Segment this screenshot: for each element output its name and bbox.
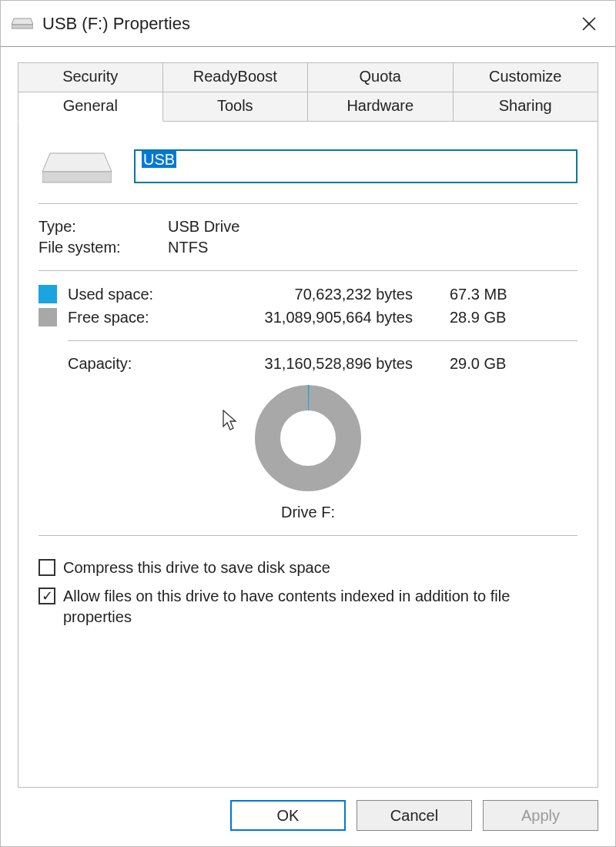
capacity-chart: Drive F: (38, 380, 578, 521)
tab-general[interactable]: General (18, 92, 163, 122)
tab-readyboost[interactable]: ReadyBoost (163, 62, 309, 92)
tab-strip-upper: Security ReadyBoost Quota Customize (18, 62, 598, 92)
compress-checkbox[interactable] (38, 559, 55, 576)
tab-quota[interactable]: Quota (308, 62, 454, 92)
cancel-button[interactable]: Cancel (357, 800, 472, 831)
drive-icon (38, 143, 116, 189)
capacity-bytes: 31,160,528,896 bytes (228, 355, 420, 373)
capacity-human: 29.0 GB (427, 355, 519, 373)
separator (38, 203, 578, 204)
used-space-row: Used space: 70,623,232 bytes 67.3 MB (38, 285, 578, 303)
svg-rect-5 (42, 172, 112, 182)
free-swatch-icon (38, 308, 57, 326)
tab-strip-lower: General Tools Hardware Sharing (18, 92, 598, 122)
tab-sharing[interactable]: Sharing (454, 92, 599, 122)
capacity-row: Capacity: 31,160,528,896 bytes 29.0 GB (38, 355, 578, 373)
free-space-row: Free space: 31,089,905,664 bytes 28.9 GB (38, 308, 578, 326)
separator (68, 340, 578, 341)
tab-customize[interactable]: Customize (454, 62, 599, 92)
separator (38, 270, 578, 271)
separator (38, 535, 578, 536)
drive-label: Drive F: (281, 504, 335, 521)
free-space-human: 28.9 GB (427, 309, 519, 326)
tab-hardware[interactable]: Hardware (308, 92, 454, 122)
capacity-label: Capacity: (68, 355, 222, 373)
index-checkbox[interactable] (38, 588, 55, 604)
used-space-bytes: 70,623,232 bytes (228, 286, 420, 303)
tab-tools[interactable]: Tools (163, 92, 309, 122)
apply-button[interactable]: Apply (483, 800, 598, 831)
svg-marker-0 (12, 18, 33, 25)
drive-icon (12, 14, 33, 33)
type-value: USB Drive (168, 218, 578, 236)
svg-marker-4 (42, 153, 112, 172)
index-label: Allow files on this drive to have conten… (63, 586, 578, 628)
dialog-buttons: OK Cancel Apply (1, 788, 615, 846)
used-space-label: Used space: (68, 286, 222, 303)
close-button[interactable] (574, 8, 604, 39)
filesystem-value: NTFS (168, 239, 578, 256)
filesystem-label: File system: (38, 239, 154, 256)
drive-name-input[interactable]: USB (134, 149, 578, 183)
compress-label: Compress this drive to save disk space (63, 557, 330, 578)
free-space-bytes: 31,089,905,664 bytes (228, 309, 420, 326)
drive-name-value: USB (142, 151, 176, 168)
tab-security[interactable]: Security (18, 62, 163, 92)
used-space-human: 67.3 MB (427, 286, 519, 303)
properties-window: USB (F:) Properties Security ReadyBoost … (0, 0, 616, 847)
titlebar: USB (F:) Properties (1, 1, 615, 47)
free-space-label: Free space: (68, 309, 222, 326)
svg-rect-1 (12, 25, 33, 28)
ok-button[interactable]: OK (230, 800, 346, 831)
donut-icon (250, 380, 366, 496)
window-title: USB (F:) Properties (42, 14, 574, 34)
type-label: Type: (38, 218, 154, 236)
used-swatch-icon (38, 285, 57, 303)
tab-panel-general: USB Type: USB Drive File system: NTFS (18, 122, 598, 788)
